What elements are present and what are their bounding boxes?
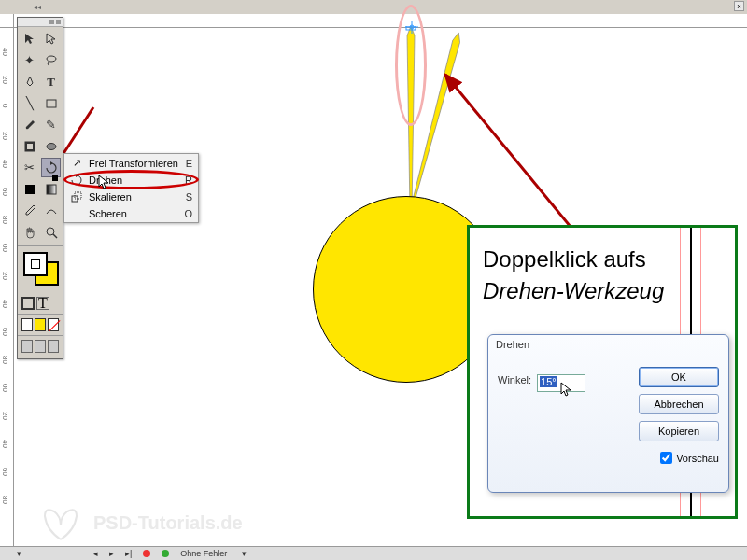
cursor-icon [97,175,112,192]
ruler-tick: 20 [1,76,9,84]
preview-checkbox-label[interactable]: Vorschau [660,452,719,464]
svg-rect-14 [47,185,56,194]
eraser-tool[interactable] [41,136,61,156]
menu-item-rotate[interactable]: Drehen R [64,172,198,189]
ruler-tick: 40 [1,440,9,448]
preview-checkbox[interactable] [660,452,672,464]
svg-point-12 [47,143,56,149]
rotate-icon [70,175,83,186]
cancel-button[interactable]: Abbrechen [639,394,719,414]
ruler-tick: 40 [1,300,9,308]
screen-mode-full[interactable] [35,340,46,353]
menu-item-shear[interactable]: Scheren O [64,205,198,222]
document-tabbar: ◂◂ x [0,0,747,14]
annotation-arrow-to-hand [434,65,602,252]
none-color-button[interactable] [48,318,59,331]
blob-brush-tool[interactable] [20,136,39,156]
pencil-tool[interactable]: ✎ [41,115,61,134]
svg-rect-13 [25,185,35,194]
selection-tool[interactable] [20,29,39,49]
color-stroke-button[interactable] [35,318,46,331]
ruler-tick: 20 [1,272,9,280]
gradient-tool[interactable] [41,179,61,199]
type-mode-icon[interactable]: T [36,297,49,310]
status-bar: ▾ ◂▸ ▸| Ohne Fehler ▾ [0,546,747,560]
ruler-tick: 60 [1,188,9,196]
ruler-vertical[interactable]: 60 40 20 0 20 40 60 80 00 20 40 60 80 00… [0,14,14,560]
preview-label-text: Vorschau [676,453,719,464]
menu-item-shortcut: E [186,158,192,169]
line-tool[interactable]: ╲ [20,93,39,113]
eyedropper-tool[interactable] [20,201,39,220]
rotate-dialog[interactable]: Drehen Winkel: 15° OK Abbrechen Kopieren… [487,334,729,493]
ruler-tick: 60 [1,328,9,336]
menu-item-shortcut: R [185,175,192,186]
status-dot-green [162,550,169,557]
palette-header[interactable] [18,18,63,27]
rectangle-tool[interactable] [41,93,61,113]
menu-item-label: Skalieren [89,191,186,203]
rotation-reference-point-icon [405,21,418,34]
scissors-tool[interactable]: ✂ [20,158,39,177]
transform-flyout-menu: ↗ Frei Transformieren E Drehen R Skalier… [63,153,199,223]
hand-tool[interactable] [20,222,39,242]
type-tool[interactable]: T [41,72,61,91]
menu-item-scale[interactable]: Skalieren S [64,189,198,205]
lasso-tool[interactable] [41,50,61,70]
watermark-text: PSD-Tutorials.de [93,512,243,534]
tools-palette[interactable]: ✦ T ╲ ✎ ✂ T [17,17,63,359]
angle-value: 15° [540,376,557,387]
status-text: Ohne Fehler [180,549,227,558]
ruler-horizontal[interactable] [14,14,747,28]
annotation-text-line1: Doppelklick aufs [483,246,722,273]
menu-item-shortcut: S [186,191,192,203]
screen-mode-normal[interactable] [21,340,33,353]
annotation-text-line2: Drehen-Werkzeug [483,278,722,304]
blend-tool[interactable] [41,201,61,220]
svg-point-15 [47,228,54,235]
svg-line-7 [445,75,584,243]
ruler-tick: 80 [1,356,9,364]
flyout-anchor-handle[interactable] [52,175,58,181]
watermark: PSD-Tutorials.de [37,502,243,543]
svg-line-16 [53,234,57,238]
ruler-tick: 00 [1,384,9,392]
ruler-tick: 80 [1,216,9,224]
dialog-title: Drehen [488,335,728,354]
ruler-tick: 40 [1,48,9,56]
butterfly-icon [37,502,84,543]
ok-button[interactable]: OK [639,367,719,387]
svg-point-8 [47,56,56,62]
close-tab-icon[interactable]: x [734,1,744,11]
ruler-tick: 20 [1,412,9,420]
angle-label: Winkel: [498,374,531,385]
ruler-tick: 80 [1,496,9,504]
color-fill-button[interactable] [21,318,33,331]
menu-item-free-transform[interactable]: ↗ Frei Transformieren E [64,154,198,172]
svg-rect-11 [27,144,33,149]
magic-wand-tool[interactable]: ✦ [20,50,39,70]
fill-black-tool[interactable] [20,179,39,199]
copy-button[interactable]: Kopieren [639,421,719,441]
ruler-tick: 40 [1,160,9,168]
color-mode-icon[interactable] [21,297,35,310]
status-dot-red [143,550,150,557]
ruler-tick: 0 [1,104,9,107]
scale-icon [70,191,83,203]
ruler-tick: 20 [1,132,9,140]
zoom-tool[interactable] [41,222,61,242]
screen-mode-presentation[interactable] [48,340,59,353]
rotate-tool[interactable] [41,158,61,177]
cursor-icon [559,382,574,399]
ruler-tick: 00 [1,244,9,252]
free-transform-icon: ↗ [70,157,83,169]
pen-tool[interactable] [20,72,39,91]
fill-stroke-swatches[interactable] [18,248,63,295]
menu-item-label: Scheren [89,208,184,219]
brush-tool[interactable] [20,115,39,134]
ruler-tick: 60 [1,468,9,476]
ruler-origin[interactable] [0,14,14,28]
fill-swatch[interactable] [23,252,48,276]
menu-item-shortcut: O [184,208,192,219]
direct-selection-tool[interactable] [41,29,61,49]
